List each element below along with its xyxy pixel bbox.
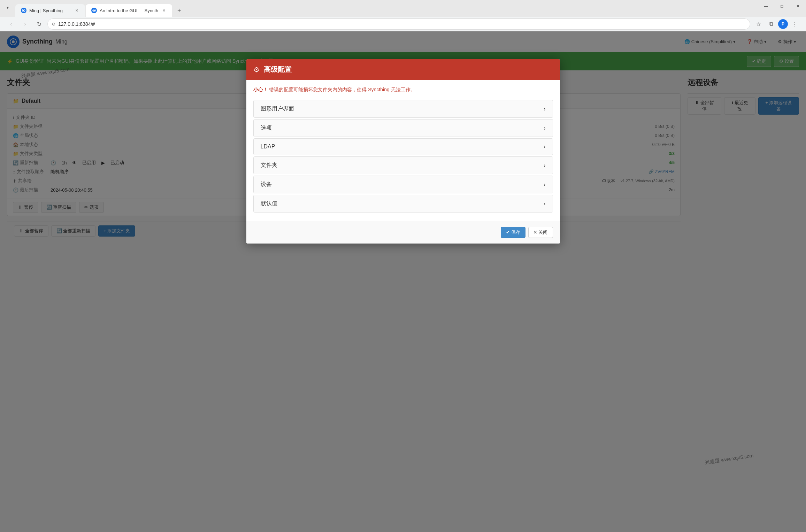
extensions-button[interactable]: ⧉ [766, 18, 777, 30]
warning-text: 错误的配置可能损坏您文件夹内的内容，使得 Syncthing 无法工作。 [269, 87, 415, 92]
new-tab-button[interactable]: + [173, 4, 185, 17]
modal-header: ⚙ 高级配置 [246, 59, 560, 80]
section-ldap-chevron: › [544, 144, 545, 150]
section-ldap-header[interactable]: LDAP › [254, 139, 553, 155]
lock-icon: ⊙ [52, 22, 55, 26]
section-defaults-label: 默认值 [261, 200, 277, 207]
bookmark-button[interactable]: ☆ [753, 18, 764, 30]
section-ldap-label: LDAP [261, 144, 275, 150]
app-content: Syncthing Ming 🌐 Chinese (Simplified) ▾ … [0, 31, 806, 532]
modal-title: 高级配置 [264, 65, 292, 74]
svg-point-1 [23, 10, 24, 11]
section-devices: 设备 › [253, 176, 553, 193]
forward-button[interactable]: › [20, 18, 31, 30]
section-devices-label: 设备 [261, 181, 272, 188]
warning-prefix: 小心！ [253, 87, 268, 92]
section-gui: 图形用户界面 › [253, 100, 553, 118]
tab-bar: ▾ Ming | Syncthing ✕ An Intro to the GUI… [0, 0, 806, 17]
address-bar[interactable]: ⊙ 127.0.0.1:8384/# [47, 18, 750, 30]
reload-button[interactable]: ↻ [33, 18, 45, 30]
svg-point-3 [93, 10, 95, 11]
modal-warning: 小心！ 错误的配置可能损坏您文件夹内的内容，使得 Syncthing 无法工作。 [253, 87, 553, 93]
modal-body: 小心！ 错误的配置可能损坏您文件夹内的内容，使得 Syncthing 无法工作。… [246, 80, 560, 221]
back-button[interactable]: ‹ [6, 18, 17, 30]
section-folders-label: 文件夹 [261, 162, 277, 169]
modal-close-btn[interactable]: ✕ 关闭 [528, 227, 553, 238]
maximize-button[interactable]: □ [774, 0, 790, 13]
section-options-header[interactable]: 选项 › [254, 119, 553, 137]
section-defaults-header[interactable]: 默认值 › [254, 195, 553, 212]
section-devices-chevron: › [544, 182, 545, 188]
address-text: 127.0.0.1:8384/# [58, 21, 95, 27]
section-options-chevron: › [544, 125, 545, 131]
browser-tab-1[interactable]: Ming | Syncthing ✕ [15, 4, 85, 17]
section-folders-header[interactable]: 文件夹 › [254, 157, 553, 174]
section-ldap: LDAP › [253, 138, 553, 155]
modal-save-btn[interactable]: ✔ 保存 [501, 227, 525, 238]
tab-dropdown-btn[interactable]: ▾ [3, 3, 13, 13]
browser-tab-2[interactable]: An Intro to the GUI — Syncth ✕ [86, 4, 172, 17]
tab1-close[interactable]: ✕ [74, 8, 79, 13]
browser-chrome: ▾ Ming | Syncthing ✕ An Intro to the GUI… [0, 0, 806, 31]
tab1-label: Ming | Syncthing [29, 8, 63, 13]
minimize-button[interactable]: — [758, 0, 774, 13]
section-folders-chevron: › [544, 162, 545, 169]
tab1-favicon [21, 8, 26, 13]
advanced-config-modal: ⚙ 高级配置 小心！ 错误的配置可能损坏您文件夹内的内容，使得 Syncthin… [246, 59, 560, 244]
section-folders: 文件夹 › [253, 156, 553, 174]
section-devices-header[interactable]: 设备 › [254, 176, 553, 193]
close-button[interactable]: ✕ [790, 0, 806, 13]
tab2-favicon [91, 8, 97, 13]
modal-footer: ✔ 保存 ✕ 关闭 [246, 221, 560, 244]
section-gui-label: 图形用户界面 [261, 105, 294, 113]
section-defaults: 默认值 › [253, 195, 553, 213]
menu-button[interactable]: ⋮ [789, 18, 800, 30]
window-controls: — □ ✕ [758, 0, 806, 13]
tab2-label: An Intro to the GUI — Syncth [100, 8, 158, 13]
tab2-close[interactable]: ✕ [161, 8, 167, 13]
section-options-label: 选项 [261, 124, 272, 132]
section-options: 选项 › [253, 119, 553, 137]
section-gui-chevron: › [544, 106, 545, 112]
section-gui-header[interactable]: 图形用户界面 › [254, 100, 553, 117]
browser-nav: ‹ › ↻ ⊙ 127.0.0.1:8384/# ☆ ⧉ P ⋮ [0, 17, 806, 31]
nav-actions: ☆ ⧉ P ⋮ [753, 18, 800, 30]
profile-button[interactable]: P [778, 19, 788, 29]
section-defaults-chevron: › [544, 201, 545, 207]
modal-gear-icon: ⚙ [253, 65, 260, 74]
modal-overlay: ⚙ 高级配置 小心！ 错误的配置可能损坏您文件夹内的内容，使得 Syncthin… [0, 31, 806, 532]
